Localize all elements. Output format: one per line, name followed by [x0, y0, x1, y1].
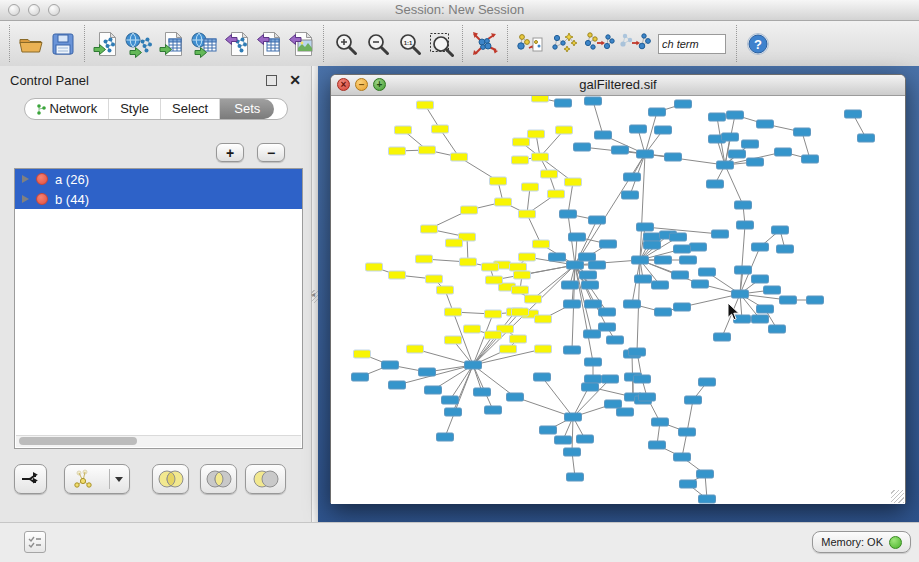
graph-node-blue[interactable] [585, 358, 602, 366]
zoom-window-button[interactable] [48, 4, 60, 16]
graph-node-blue[interactable] [589, 261, 606, 269]
graph-node-yellow[interactable] [419, 146, 436, 154]
close-window-button[interactable] [8, 4, 20, 16]
tab-network[interactable]: Network [25, 99, 109, 119]
graph-node-blue[interactable] [747, 158, 764, 166]
graph-node-blue[interactable] [555, 99, 572, 107]
graph-node-blue[interactable] [752, 315, 769, 323]
graph-node-blue[interactable] [485, 406, 502, 414]
graph-node-blue[interactable] [735, 201, 752, 209]
graph-node-blue[interactable] [714, 333, 731, 341]
graph-node-yellow[interactable] [533, 240, 550, 248]
graph-node-blue[interactable] [564, 448, 581, 456]
graph-node-yellow[interactable] [407, 345, 424, 353]
graph-node-yellow[interactable] [446, 239, 463, 247]
graph-node-blue[interactable] [644, 233, 661, 241]
graph-node-blue[interactable] [564, 300, 581, 308]
graph-edge[interactable] [593, 101, 603, 135]
float-panel-icon[interactable] [266, 75, 277, 86]
graph-node-blue[interactable] [680, 480, 697, 488]
graph-node-yellow[interactable] [548, 190, 565, 198]
graph-node-blue[interactable] [845, 110, 862, 118]
graph-node-yellow[interactable] [416, 255, 433, 263]
set-row-a[interactable]: a (26) [15, 169, 302, 189]
graph-node-yellow[interactable] [525, 295, 542, 303]
import-table-web-button[interactable] [188, 24, 222, 64]
graph-node-blue[interactable] [555, 436, 572, 444]
apply-preferred-layout-button[interactable] [468, 24, 502, 64]
graph-node-blue[interactable] [612, 146, 629, 154]
graph-node-blue[interactable] [674, 303, 691, 311]
graph-node-yellow[interactable] [389, 271, 406, 279]
graph-node-blue[interactable] [780, 296, 797, 304]
graph-node-blue[interactable] [382, 361, 399, 369]
expand-triangle-icon[interactable] [22, 175, 29, 183]
graph-node-yellow[interactable] [512, 156, 529, 164]
graph-node-yellow[interactable] [354, 350, 371, 358]
horizontal-scrollbar[interactable] [16, 435, 301, 447]
create-set-from-network-button[interactable] [64, 464, 130, 494]
export-image-button[interactable] [286, 24, 318, 64]
graph-node-yellow[interactable] [556, 126, 573, 134]
set-difference-button[interactable] [245, 464, 286, 494]
import-network-file-button[interactable] [90, 24, 122, 64]
graph-node-blue[interactable] [655, 256, 672, 264]
graph-edge[interactable] [568, 182, 573, 214]
graph-node-blue[interactable] [699, 495, 716, 503]
graph-node-blue[interactable] [567, 473, 584, 481]
graph-node-blue[interactable] [599, 323, 616, 331]
graph-node-blue[interactable] [655, 308, 672, 316]
graph-node-blue[interactable] [600, 240, 617, 248]
zoom-out-button[interactable] [361, 24, 393, 64]
import-table-file-button[interactable] [156, 24, 188, 64]
set-union-button[interactable] [152, 464, 189, 494]
graph-node-blue[interactable] [858, 134, 875, 142]
graph-node-blue[interactable] [419, 368, 436, 376]
graph-node-blue[interactable] [665, 153, 682, 161]
graph-node-yellow[interactable] [485, 331, 502, 339]
graph-node-blue[interactable] [757, 120, 774, 128]
network-view-window[interactable]: × – + galFiltered.sif [330, 74, 906, 504]
graph-node-blue[interactable] [685, 396, 702, 404]
graph-node-blue[interactable] [562, 281, 579, 289]
graph-node-blue[interactable] [697, 470, 714, 478]
remove-set-button[interactable]: − [257, 143, 285, 162]
graph-node-blue[interactable] [729, 150, 746, 158]
graph-edge[interactable] [725, 165, 743, 205]
graph-node-blue[interactable] [675, 100, 692, 108]
graph-node-yellow[interactable] [464, 325, 481, 333]
graph-node-yellow[interactable] [421, 225, 438, 233]
graph-node-yellow[interactable] [532, 153, 549, 161]
graph-node-yellow[interactable] [514, 271, 531, 279]
graph-node-blue[interactable] [757, 305, 774, 313]
graph-edge[interactable] [687, 400, 693, 432]
graph-node-yellow[interactable] [510, 335, 527, 343]
graph-node-blue[interactable] [802, 155, 819, 163]
graph-node-yellow[interactable] [519, 253, 536, 261]
graph-node-yellow[interactable] [519, 210, 536, 218]
graph-node-blue[interactable] [629, 348, 646, 356]
graph-node-blue[interactable] [699, 268, 716, 276]
graph-node-yellow[interactable] [445, 308, 462, 316]
graph-node-blue[interactable] [585, 375, 602, 383]
minimize-window-button[interactable] [28, 4, 40, 16]
graph-node-blue[interactable] [699, 378, 716, 386]
graph-node-blue[interactable] [425, 386, 442, 394]
graph-node-blue[interactable] [735, 266, 752, 274]
graph-node-blue[interactable] [585, 300, 602, 308]
graph-node-blue[interactable] [709, 113, 726, 121]
graph-node-yellow[interactable] [495, 198, 512, 206]
graph-node-blue[interactable] [674, 245, 691, 253]
graph-node-blue[interactable] [624, 173, 641, 181]
graph-node-yellow[interactable] [500, 345, 517, 353]
zoom-in-button[interactable] [329, 24, 361, 64]
graph-node-blue[interactable] [582, 383, 599, 391]
graph-node-blue[interactable] [445, 408, 462, 416]
graph-node-blue[interactable] [692, 280, 709, 288]
graph-node-yellow[interactable] [532, 96, 549, 102]
search-input[interactable] [658, 34, 726, 54]
graph-node-blue[interactable] [712, 230, 729, 238]
zoom-selected-region-button[interactable] [425, 24, 457, 64]
graph-node-blue[interactable] [717, 161, 734, 169]
graph-node-yellow[interactable] [535, 315, 552, 323]
